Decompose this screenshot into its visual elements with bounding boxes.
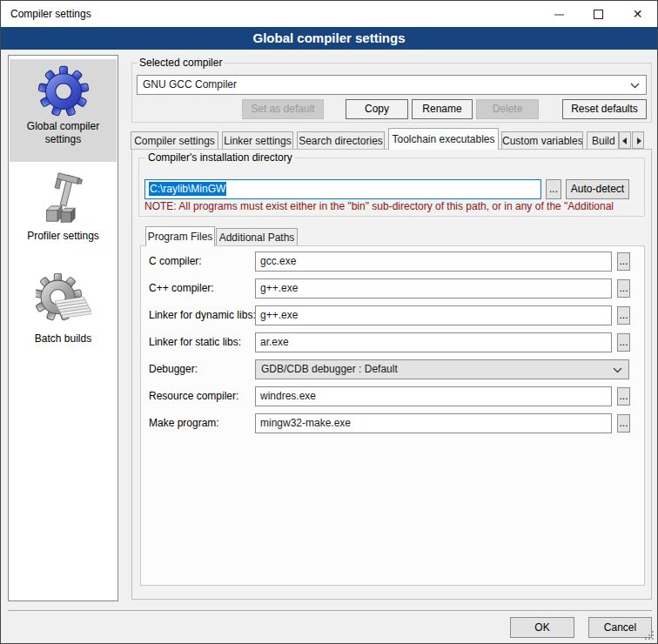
subtab-program-files[interactable]: Program Files xyxy=(145,226,215,246)
tab-build-options[interactable]: Build options xyxy=(587,131,619,150)
tab-toolchain-executables[interactable]: Toolchain executables xyxy=(388,128,499,150)
ok-button[interactable]: OK xyxy=(510,617,574,638)
c-compiler-browse-button[interactable]: ... xyxy=(617,252,630,271)
window-title: Compiler settings xyxy=(10,8,91,20)
resource-compiler-label: Resource compiler: xyxy=(149,390,238,402)
maximize-icon xyxy=(594,10,603,19)
close-icon: ✕ xyxy=(633,7,643,21)
resource-compiler-browse-button[interactable]: ... xyxy=(617,387,630,406)
cancel-button[interactable]: Cancel xyxy=(588,617,652,638)
subtab-additional-paths[interactable]: Additional Paths xyxy=(216,228,298,246)
auto-detect-button[interactable]: Auto-detect xyxy=(566,179,629,199)
maximize-button[interactable] xyxy=(579,1,618,27)
set-as-default-button[interactable]: Set as default xyxy=(242,99,324,119)
reset-defaults-button[interactable]: Reset defaults xyxy=(562,99,647,119)
cpp-compiler-input[interactable]: g++.exe xyxy=(255,278,612,299)
install-dir-group-label: Compiler's installation directory xyxy=(145,151,295,164)
rename-button[interactable]: Rename xyxy=(412,99,473,119)
arrow-right-icon xyxy=(637,138,641,144)
compiler-select[interactable]: GNU GCC Compiler xyxy=(137,75,647,95)
cpp-compiler-browse-button[interactable]: ... xyxy=(617,279,630,298)
sidebar-item-global-compiler-settings[interactable]: Global compiler settings xyxy=(10,59,117,162)
linker-dynamic-browse-button[interactable]: ... xyxy=(617,306,630,325)
tab-linker-settings[interactable]: Linker settings xyxy=(222,131,293,150)
linker-dynamic-label: Linker for dynamic libs: xyxy=(149,309,256,321)
sidebar-item-batch-builds[interactable]: Batch builds xyxy=(10,268,117,372)
linker-static-label: Linker for static libs: xyxy=(149,336,241,348)
sidebar-item-label: Profiler settings xyxy=(10,230,117,243)
copy-button[interactable]: Copy xyxy=(346,99,408,119)
chevron-down-icon xyxy=(613,367,622,373)
install-dir-note: NOTE: All programs must exist either in … xyxy=(144,200,644,212)
sidebar-item-label: Global compiler settings xyxy=(10,120,117,146)
linker-static-browse-button[interactable]: ... xyxy=(617,333,630,352)
make-program-browse-button[interactable]: ... xyxy=(617,414,630,433)
blue-gear-icon xyxy=(37,64,91,118)
compiler-settings-dialog: Compiler settings ✕ Global compiler sett… xyxy=(0,0,658,644)
chevron-down-icon xyxy=(630,83,640,89)
tab-custom-variables[interactable]: Custom variables xyxy=(501,131,583,150)
sidebar-item-label: Batch builds xyxy=(10,332,117,345)
arrow-left-icon xyxy=(622,138,627,144)
debugger-select-value: GDB/CDB debugger : Default xyxy=(261,363,398,375)
c-compiler-input[interactable]: gcc.exe xyxy=(255,252,612,272)
resource-compiler-input[interactable]: windres.exe xyxy=(255,386,612,406)
tab-search-directories[interactable]: Search directories xyxy=(297,131,385,150)
c-compiler-label: C compiler: xyxy=(149,255,202,267)
close-button[interactable]: ✕ xyxy=(618,1,657,27)
tab-scroll-left-button[interactable] xyxy=(619,131,631,149)
page-title: Global compiler settings xyxy=(1,27,657,50)
delete-button[interactable]: Delete xyxy=(476,99,539,119)
install-dir-browse-button[interactable]: ... xyxy=(546,179,561,199)
footer-divider xyxy=(8,610,652,611)
tab-scroll-right-button[interactable] xyxy=(632,131,644,149)
make-program-input[interactable]: mingw32-make.exe xyxy=(255,413,612,433)
selected-compiler-group-label: Selected compiler xyxy=(137,57,225,69)
resize-grip[interactable] xyxy=(652,638,654,640)
caliper-icon xyxy=(37,172,91,228)
linker-static-input[interactable]: ar.exe xyxy=(255,332,612,352)
settings-category-list: Global compiler settings xyxy=(8,55,118,601)
cpp-compiler-label: C++ compiler: xyxy=(149,282,214,294)
minimize-button[interactable] xyxy=(540,1,579,27)
debugger-label: Debugger: xyxy=(149,363,198,375)
install-dir-selected-text: C:\raylib\MinGW xyxy=(149,182,226,196)
gray-gear-stack-icon xyxy=(36,273,91,331)
debugger-select[interactable]: GDB/CDB debugger : Default xyxy=(255,359,629,379)
linker-dynamic-input[interactable]: g++.exe xyxy=(255,305,612,325)
sidebar-item-profiler-settings[interactable]: Profiler settings xyxy=(10,167,117,258)
compiler-select-value: GNU GCC Compiler xyxy=(143,78,237,91)
minimize-icon xyxy=(554,14,564,16)
tab-compiler-settings[interactable]: Compiler settings xyxy=(131,131,218,150)
make-program-label: Make program: xyxy=(149,417,219,429)
install-dir-input[interactable]: C:\raylib\MinGW xyxy=(144,179,541,199)
